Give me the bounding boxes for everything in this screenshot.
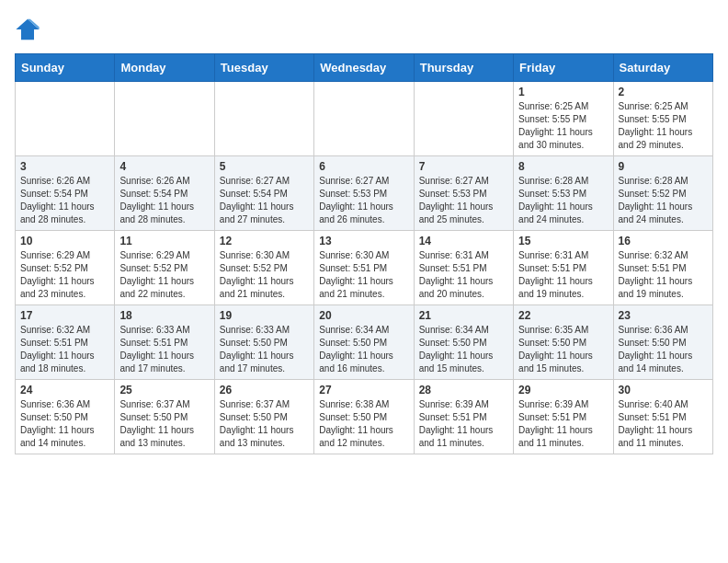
calendar-cell: 18Sunrise: 6:33 AM Sunset: 5:51 PM Dayli… [115, 305, 214, 380]
day-info: Sunrise: 6:33 AM Sunset: 5:51 PM Dayligh… [119, 324, 209, 375]
day-header-tuesday: Tuesday [214, 54, 313, 82]
calendar-cell: 15Sunrise: 6:31 AM Sunset: 5:51 PM Dayli… [514, 231, 613, 305]
day-header-friday: Friday [514, 54, 613, 82]
calendar-cell [314, 82, 414, 156]
day-info: Sunrise: 6:34 AM Sunset: 5:50 PM Dayligh… [419, 324, 508, 375]
day-info: Sunrise: 6:34 AM Sunset: 5:50 PM Dayligh… [319, 324, 408, 375]
calendar-cell: 22Sunrise: 6:35 AM Sunset: 5:50 PM Dayli… [514, 305, 613, 380]
calendar-cell: 11Sunrise: 6:29 AM Sunset: 5:52 PM Dayli… [115, 231, 214, 305]
day-info: Sunrise: 6:27 AM Sunset: 5:53 PM Dayligh… [419, 175, 508, 226]
logo-icon [15, 17, 40, 42]
day-info: Sunrise: 6:35 AM Sunset: 5:50 PM Dayligh… [518, 324, 608, 375]
day-info: Sunrise: 6:31 AM Sunset: 5:51 PM Dayligh… [419, 249, 508, 301]
day-number: 30 [619, 384, 708, 396]
day-number: 24 [20, 384, 109, 396]
day-info: Sunrise: 6:30 AM Sunset: 5:51 PM Dayligh… [319, 249, 408, 301]
day-number: 1 [518, 86, 608, 98]
day-number: 18 [119, 309, 209, 322]
day-info: Sunrise: 6:28 AM Sunset: 5:53 PM Dayligh… [518, 175, 608, 226]
day-number: 16 [619, 235, 708, 247]
calendar-table: SundayMondayTuesdayWednesdayThursdayFrid… [15, 53, 713, 454]
calendar-cell: 4Sunrise: 6:26 AM Sunset: 5:54 PM Daylig… [115, 156, 214, 231]
day-number: 14 [419, 235, 508, 247]
day-info: Sunrise: 6:28 AM Sunset: 5:52 PM Dayligh… [619, 175, 708, 226]
calendar-cell: 2Sunrise: 6:25 AM Sunset: 5:55 PM Daylig… [613, 82, 712, 156]
calendar-cell: 17Sunrise: 6:32 AM Sunset: 5:51 PM Dayli… [16, 305, 115, 380]
calendar-week-3: 10Sunrise: 6:29 AM Sunset: 5:52 PM Dayli… [16, 231, 713, 305]
day-number: 26 [220, 384, 309, 396]
calendar-week-1: 1Sunrise: 6:25 AM Sunset: 5:55 PM Daylig… [16, 82, 713, 156]
calendar-cell: 8Sunrise: 6:28 AM Sunset: 5:53 PM Daylig… [514, 156, 613, 231]
calendar-cell: 14Sunrise: 6:31 AM Sunset: 5:51 PM Dayli… [414, 231, 513, 305]
day-number: 29 [518, 384, 608, 396]
day-number: 3 [20, 160, 109, 173]
day-info: Sunrise: 6:38 AM Sunset: 5:50 PM Dayligh… [319, 398, 408, 450]
day-number: 12 [220, 235, 309, 247]
day-header-saturday: Saturday [613, 54, 712, 82]
day-number: 19 [220, 309, 309, 322]
day-info: Sunrise: 6:30 AM Sunset: 5:52 PM Dayligh… [220, 249, 309, 301]
calendar-cell: 19Sunrise: 6:33 AM Sunset: 5:50 PM Dayli… [214, 305, 313, 380]
day-number: 8 [518, 160, 608, 173]
calendar-cell: 20Sunrise: 6:34 AM Sunset: 5:50 PM Dayli… [314, 305, 414, 380]
day-number: 7 [419, 160, 508, 173]
day-info: Sunrise: 6:40 AM Sunset: 5:51 PM Dayligh… [619, 398, 708, 450]
calendar-cell [16, 82, 115, 156]
day-info: Sunrise: 6:29 AM Sunset: 5:52 PM Dayligh… [20, 249, 109, 301]
day-info: Sunrise: 6:32 AM Sunset: 5:51 PM Dayligh… [619, 249, 708, 301]
calendar-cell: 13Sunrise: 6:30 AM Sunset: 5:51 PM Dayli… [314, 231, 414, 305]
day-number: 10 [20, 235, 109, 247]
calendar-cell: 7Sunrise: 6:27 AM Sunset: 5:53 PM Daylig… [414, 156, 513, 231]
day-header-monday: Monday [115, 54, 214, 82]
day-number: 17 [20, 309, 109, 322]
day-info: Sunrise: 6:39 AM Sunset: 5:51 PM Dayligh… [518, 398, 608, 450]
calendar-cell: 16Sunrise: 6:32 AM Sunset: 5:51 PM Dayli… [613, 231, 712, 305]
day-number: 27 [319, 384, 408, 396]
day-info: Sunrise: 6:32 AM Sunset: 5:51 PM Dayligh… [20, 324, 109, 375]
calendar-cell: 28Sunrise: 6:39 AM Sunset: 5:51 PM Dayli… [414, 380, 513, 454]
calendar-cell: 30Sunrise: 6:40 AM Sunset: 5:51 PM Dayli… [613, 380, 712, 454]
calendar-cell: 5Sunrise: 6:27 AM Sunset: 5:54 PM Daylig… [214, 156, 313, 231]
calendar-cell: 21Sunrise: 6:34 AM Sunset: 5:50 PM Dayli… [414, 305, 513, 380]
day-number: 15 [518, 235, 608, 247]
calendar-week-5: 24Sunrise: 6:36 AM Sunset: 5:50 PM Dayli… [16, 380, 713, 454]
day-info: Sunrise: 6:29 AM Sunset: 5:52 PM Dayligh… [119, 249, 209, 301]
day-info: Sunrise: 6:31 AM Sunset: 5:51 PM Dayligh… [518, 249, 608, 301]
calendar-cell: 25Sunrise: 6:37 AM Sunset: 5:50 PM Dayli… [115, 380, 214, 454]
day-number: 25 [119, 384, 209, 396]
calendar-week-2: 3Sunrise: 6:26 AM Sunset: 5:54 PM Daylig… [16, 156, 713, 231]
day-number: 23 [619, 309, 708, 322]
calendar-cell: 26Sunrise: 6:37 AM Sunset: 5:50 PM Dayli… [214, 380, 313, 454]
day-number: 6 [319, 160, 408, 173]
day-number: 13 [319, 235, 408, 247]
day-number: 21 [419, 309, 508, 322]
days-header-row: SundayMondayTuesdayWednesdayThursdayFrid… [16, 54, 713, 82]
day-header-wednesday: Wednesday [314, 54, 414, 82]
calendar-cell [115, 82, 214, 156]
calendar-cell [214, 82, 313, 156]
day-info: Sunrise: 6:36 AM Sunset: 5:50 PM Dayligh… [20, 398, 109, 450]
day-info: Sunrise: 6:37 AM Sunset: 5:50 PM Dayligh… [119, 398, 209, 450]
day-info: Sunrise: 6:27 AM Sunset: 5:53 PM Dayligh… [319, 175, 408, 226]
calendar-cell: 10Sunrise: 6:29 AM Sunset: 5:52 PM Dayli… [16, 231, 115, 305]
calendar-cell: 24Sunrise: 6:36 AM Sunset: 5:50 PM Dayli… [16, 380, 115, 454]
page-header [15, 15, 713, 42]
calendar-cell: 27Sunrise: 6:38 AM Sunset: 5:50 PM Dayli… [314, 380, 414, 454]
day-info: Sunrise: 6:39 AM Sunset: 5:51 PM Dayligh… [419, 398, 508, 450]
day-number: 20 [319, 309, 408, 322]
day-header-thursday: Thursday [414, 54, 513, 82]
calendar-cell: 6Sunrise: 6:27 AM Sunset: 5:53 PM Daylig… [314, 156, 414, 231]
day-number: 2 [619, 86, 708, 98]
day-info: Sunrise: 6:33 AM Sunset: 5:50 PM Dayligh… [220, 324, 309, 375]
calendar-cell: 29Sunrise: 6:39 AM Sunset: 5:51 PM Dayli… [514, 380, 613, 454]
calendar-week-4: 17Sunrise: 6:32 AM Sunset: 5:51 PM Dayli… [16, 305, 713, 380]
calendar-cell: 9Sunrise: 6:28 AM Sunset: 5:52 PM Daylig… [613, 156, 712, 231]
day-info: Sunrise: 6:26 AM Sunset: 5:54 PM Dayligh… [20, 175, 109, 226]
day-number: 5 [220, 160, 309, 173]
day-number: 28 [419, 384, 508, 396]
day-info: Sunrise: 6:26 AM Sunset: 5:54 PM Dayligh… [119, 175, 209, 226]
day-number: 4 [119, 160, 209, 173]
day-number: 22 [518, 309, 608, 322]
calendar-cell: 23Sunrise: 6:36 AM Sunset: 5:50 PM Dayli… [613, 305, 712, 380]
day-number: 11 [119, 235, 209, 247]
